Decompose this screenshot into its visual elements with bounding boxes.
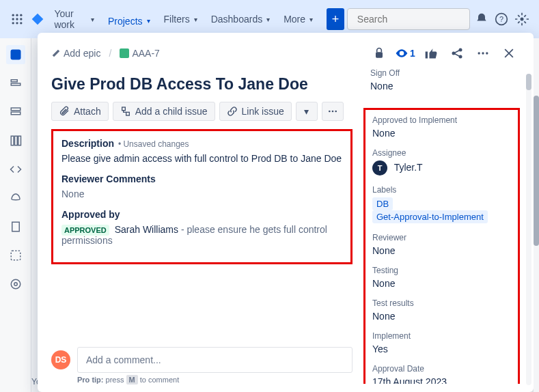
approved-to-implement-value[interactable]: None — [372, 128, 511, 139]
svg-text:?: ? — [499, 15, 503, 23]
link-issue-button[interactable]: Link issue — [219, 102, 292, 121]
nav-filters[interactable]: Filters▾ — [158, 8, 203, 30]
jira-logo-icon[interactable] — [29, 8, 46, 30]
nav-dashboards[interactable]: Dashboards▾ — [206, 8, 276, 30]
sidebar-project-settings-icon[interactable] — [6, 275, 25, 294]
approved-by-label: Approved by — [61, 209, 342, 220]
sidebar-backlog-icon[interactable] — [6, 102, 25, 122]
add-epic-label: Add epic — [64, 48, 100, 59]
issue-main-column: Give Prod DB Access To Jane Doe Attach A… — [51, 68, 353, 384]
close-icon[interactable] — [498, 42, 520, 64]
reviewer-label: Reviewer — [372, 233, 511, 242]
approval-date-label: Approval Date — [372, 364, 511, 374]
implement-value[interactable]: Yes — [372, 344, 511, 354]
nav-more[interactable]: More▾ — [278, 8, 318, 30]
help-icon[interactable]: ? — [493, 8, 511, 30]
watch-button[interactable]: 1 — [394, 42, 416, 64]
search-input[interactable] — [357, 14, 477, 25]
notifications-icon[interactable] — [473, 8, 490, 30]
share-icon[interactable] — [446, 42, 468, 64]
signoff-label: Sign Off — [370, 68, 520, 78]
svg-point-32 — [478, 52, 480, 54]
current-user-avatar: DS — [51, 350, 70, 369]
modal-header: Add epic / AAA-7 1 — [38, 33, 534, 64]
implement-label: Implement — [372, 331, 511, 341]
test-results-label: Test results — [372, 298, 511, 308]
link-issue-dropdown[interactable]: ▾ — [296, 102, 318, 121]
sidebar-releases-icon[interactable] — [6, 188, 25, 208]
app-switcher-icon[interactable] — [8, 8, 26, 30]
more-actions-icon[interactable] — [472, 42, 494, 64]
approved-to-implement-label: Approved to Implement — [372, 115, 511, 125]
comment-box: DS Add a comment... — [51, 341, 353, 373]
lock-icon[interactable] — [368, 42, 390, 64]
svg-rect-14 — [11, 50, 20, 59]
testing-value[interactable]: None — [372, 278, 511, 289]
sidebar-code-icon[interactable] — [6, 160, 25, 179]
assignee-value[interactable]: T Tyler.T — [372, 160, 511, 176]
svg-point-24 — [14, 283, 17, 286]
search-box[interactable] — [347, 8, 470, 30]
labels-value[interactable]: DB Get-Approval-to-Implement — [372, 197, 511, 223]
issue-key-link[interactable]: AAA-7 — [120, 48, 159, 59]
assignee-field: Assignee T Tyler.T — [372, 148, 511, 176]
labels-label: Labels — [372, 185, 511, 195]
sidebar-roadmap-icon[interactable] — [6, 74, 25, 93]
approved-by-value[interactable]: APPROVED Sarah Williams - please ensure … — [61, 224, 342, 246]
svg-line-30 — [455, 51, 460, 53]
modal-scrollbar-thumb[interactable] — [526, 74, 531, 90]
more-issue-actions[interactable] — [322, 102, 344, 121]
side-highlight-box: Approved to Implement None Assignee T Ty… — [363, 108, 520, 384]
svg-point-41 — [335, 111, 337, 113]
test-results-field: Test results None — [372, 298, 511, 322]
nav-your-work[interactable]: Your work▾ — [49, 3, 100, 36]
label-chip[interactable]: DB — [372, 197, 393, 210]
watch-count: 1 — [410, 48, 415, 59]
svg-point-8 — [20, 22, 22, 24]
chevron-down-icon: ▾ — [194, 16, 197, 23]
reviewer-comments-value[interactable]: None — [61, 188, 342, 199]
reviewer-value[interactable]: None — [372, 245, 511, 256]
assignee-avatar: T — [372, 160, 387, 176]
signoff-value[interactable]: None — [370, 81, 520, 92]
svg-point-40 — [331, 111, 333, 113]
nav-filters-label: Filters — [164, 14, 190, 25]
page-scrollbar-thumb[interactable] — [534, 96, 539, 246]
test-results-value[interactable]: None — [372, 311, 511, 322]
svg-point-13 — [521, 18, 524, 21]
approved-to-implement-field: Approved to Implement None — [372, 115, 511, 139]
approval-date-value[interactable]: 17th August 2023 — [372, 376, 511, 384]
chevron-down-icon: ▾ — [91, 16, 94, 23]
approver-name: Sarah Williams — [115, 224, 178, 235]
comment-input[interactable]: Add a comment... — [77, 347, 353, 373]
assignee-label: Assignee — [372, 148, 511, 158]
add-epic-button[interactable]: Add epic — [51, 48, 100, 59]
svg-point-6 — [12, 22, 14, 24]
sidebar-add-shortcut-icon[interactable] — [6, 246, 25, 265]
sidebar-board-icon[interactable] — [6, 131, 25, 150]
issue-title[interactable]: Give Prod DB Access To Jane Doe — [51, 75, 353, 94]
svg-point-4 — [16, 18, 18, 20]
chevron-down-icon: ▾ — [147, 17, 150, 25]
add-child-button[interactable]: Add a child issue — [113, 102, 215, 121]
attach-button[interactable]: Attach — [51, 102, 109, 121]
create-button[interactable]: + — [327, 8, 344, 30]
like-icon[interactable] — [420, 42, 442, 64]
nav-your-work-label: Your work — [54, 8, 87, 30]
description-text[interactable]: Please give admin access with full contr… — [61, 153, 342, 164]
sidebar-project-icon[interactable] — [6, 45, 25, 64]
add-child-label: Add a child issue — [135, 106, 208, 117]
svg-rect-20 — [14, 136, 17, 145]
nav-dashboards-label: Dashboards — [211, 14, 263, 25]
settings-icon[interactable] — [513, 8, 531, 30]
testing-field: Testing None — [372, 266, 511, 289]
svg-rect-15 — [11, 80, 17, 82]
labels-field: Labels DB Get-Approval-to-Implement — [372, 185, 511, 223]
breadcrumb-separator: / — [109, 48, 111, 59]
svg-rect-19 — [11, 136, 14, 145]
label-chip[interactable]: Get-Approval-to-Implement — [372, 210, 488, 223]
sidebar-pages-icon[interactable] — [6, 217, 25, 236]
svg-rect-18 — [11, 112, 20, 115]
description-label-text: Description — [61, 138, 114, 149]
attach-label: Attach — [74, 106, 101, 117]
